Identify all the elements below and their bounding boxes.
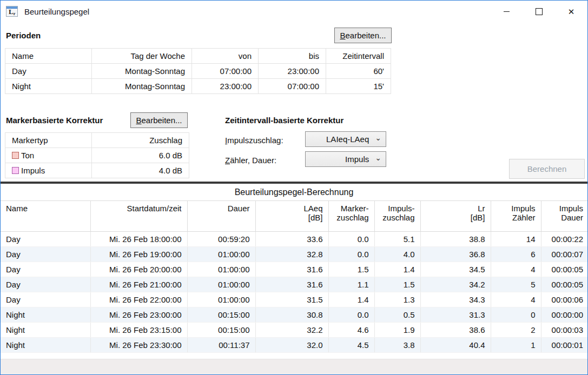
table-cell: Night bbox=[5, 79, 92, 94]
results-column-header: ImpulsZähler bbox=[491, 201, 541, 232]
close-icon: ✕ bbox=[568, 8, 575, 16]
marker-header-row: Markertyp Zuschlag bbox=[5, 133, 189, 148]
results-table-cell: 00:00:01 bbox=[541, 338, 588, 353]
results-table-row[interactable]: DayMi. 26 Feb 21:00:0001:00:0031.61.11.5… bbox=[1, 277, 588, 292]
results-table-cell: 01:00:00 bbox=[187, 262, 255, 277]
results-table-cell: Day bbox=[1, 247, 90, 262]
results-table-cell: 32.8 bbox=[255, 247, 328, 262]
perioden-table: Name Tag der Woche von bis Zeitintervall… bbox=[5, 48, 391, 94]
results-table-cell: 00:59:20 bbox=[187, 232, 255, 247]
results-table-cell: 01:00:00 bbox=[187, 292, 255, 307]
marker-zuschlag-cell: 4.0 dB bbox=[92, 163, 189, 178]
results-table-cell: 4.5 bbox=[328, 338, 374, 353]
perioden-table-row[interactable]: DayMontag-Sonntag07:00:0023:00:0060' bbox=[5, 64, 391, 79]
results-table-cell: 1.9 bbox=[374, 323, 420, 338]
table-cell: 07:00:00 bbox=[259, 79, 326, 94]
results-table-cell: 31.6 bbox=[255, 262, 328, 277]
berechnen-button[interactable]: Berechnen bbox=[509, 159, 585, 179]
results-table-cell: 32.0 bbox=[255, 338, 328, 353]
results-table-cell: Mi. 26 Feb 21:00:00 bbox=[90, 277, 187, 292]
results-table-cell: 1 bbox=[491, 338, 541, 353]
results-table-cell: 0 bbox=[491, 307, 541, 323]
table-cell: 07:00:00 bbox=[192, 64, 259, 79]
table-cell: 23:00:00 bbox=[192, 79, 259, 94]
title-bar: Lr Beurteilungspegel ✕ bbox=[1, 1, 587, 22]
marker-table-row[interactable]: Ton6.0 dB bbox=[5, 148, 189, 163]
results-table-cell: 1.4 bbox=[328, 292, 374, 307]
results-column-header: Lr[dB] bbox=[420, 201, 491, 232]
results-table-cell: 1.4 bbox=[374, 262, 420, 277]
results-table-cell: Mi. 26 Feb 23:30:00 bbox=[90, 338, 187, 353]
minimize-button[interactable] bbox=[490, 1, 523, 22]
window-controls: ✕ bbox=[490, 1, 587, 22]
results-table-cell: 00:00:22 bbox=[541, 232, 588, 247]
results-column-header: Marker-zuschlag bbox=[328, 201, 374, 232]
results-table-cell: 30.8 bbox=[255, 307, 328, 323]
results-table-cell: 4 bbox=[491, 262, 541, 277]
column-header: bis bbox=[259, 49, 326, 64]
results-table-row[interactable]: NightMi. 26 Feb 23:00:0000:15:0030.80.00… bbox=[1, 307, 588, 323]
results-table-row[interactable]: NightMi. 26 Feb 23:15:0000:15:0032.24.61… bbox=[1, 323, 588, 338]
marker-table: Markertyp Zuschlag Ton6.0 dBImpuls4.0 dB bbox=[5, 132, 189, 178]
results-table-cell: 1.1 bbox=[328, 277, 374, 292]
minimize-icon bbox=[504, 11, 510, 12]
results-table-row[interactable]: DayMi. 26 Feb 22:00:0001:00:0031.51.41.3… bbox=[1, 292, 588, 307]
results-table-row[interactable]: DayMi. 26 Feb 19:00:0001:00:0032.80.04.0… bbox=[1, 247, 588, 262]
results-column-header: LAeq[dB] bbox=[255, 201, 328, 232]
results-table-row[interactable]: DayMi. 26 Feb 20:00:0001:00:0031.61.51.4… bbox=[1, 262, 588, 277]
results-table-cell: 38.8 bbox=[420, 232, 491, 247]
results-table-cell: 4 bbox=[491, 292, 541, 307]
results-table-cell: 00:15:00 bbox=[187, 323, 255, 338]
close-button[interactable]: ✕ bbox=[555, 1, 587, 22]
results-table-row[interactable]: DayMi. 26 Feb 18:00:0000:59:2033.60.05.1… bbox=[1, 232, 588, 247]
results-table-cell: Day bbox=[1, 292, 90, 307]
results-table-cell: 00:11:37 bbox=[187, 338, 255, 353]
results-table-cell: 2 bbox=[491, 323, 541, 338]
results-column-header: Startdatum/zeit bbox=[90, 201, 187, 232]
results-table-cell: 34.5 bbox=[420, 262, 491, 277]
results-table-cell: 31.5 bbox=[255, 292, 328, 307]
marker-heading: Markerbasierte Korrektur bbox=[6, 116, 103, 125]
results-column-header: Dauer bbox=[187, 201, 255, 232]
marker-type-label: Ton bbox=[21, 151, 34, 160]
marker-type-cell: Impuls bbox=[5, 163, 92, 178]
results-table-cell: 00:00:06 bbox=[541, 292, 588, 307]
results-table-cell: 01:00:00 bbox=[187, 277, 255, 292]
results-table-cell: Mi. 26 Feb 23:15:00 bbox=[90, 323, 187, 338]
marker-table-row[interactable]: Impuls4.0 dB bbox=[5, 163, 189, 178]
results-table-cell: Mi. 26 Feb 20:00:00 bbox=[90, 262, 187, 277]
results-table-cell: 36.8 bbox=[420, 247, 491, 262]
column-header: von bbox=[192, 49, 259, 64]
results-title: Beurteilungspegel-Berechnung bbox=[1, 184, 587, 201]
results-table-cell: 00:00:03 bbox=[541, 323, 588, 338]
results-table-cell: 1.5 bbox=[374, 277, 420, 292]
results-table-cell: 32.2 bbox=[255, 323, 328, 338]
results-table-row[interactable]: NightMi. 26 Feb 23:30:0000:11:3732.04.53… bbox=[1, 338, 588, 353]
table-cell: 15' bbox=[326, 79, 391, 94]
column-header: Markertyp bbox=[5, 133, 92, 148]
marker-edit-button[interactable]: Bearbeiten... bbox=[130, 112, 188, 128]
perioden-edit-button[interactable]: Bearbeiten... bbox=[334, 28, 392, 43]
results-table-cell: 00:00:00 bbox=[541, 307, 588, 323]
ton-marker-swatch-icon bbox=[12, 152, 19, 159]
results-table-cell: Mi. 26 Feb 22:00:00 bbox=[90, 292, 187, 307]
results-table-cell: 40.4 bbox=[420, 338, 491, 353]
marker-type-label: Impuls bbox=[21, 166, 45, 175]
results-column-header: Name bbox=[1, 201, 90, 232]
column-header: Tag der Woche bbox=[92, 49, 192, 64]
zaehler-dauer-select[interactable]: Impuls ⌄ bbox=[305, 151, 386, 167]
app-icon: Lr bbox=[6, 6, 18, 17]
zaehler-dauer-value: Impuls bbox=[345, 155, 369, 164]
results-table-cell: 38.6 bbox=[420, 323, 491, 338]
results-table-cell: 0.0 bbox=[328, 232, 374, 247]
app-icon-label: Lr bbox=[9, 8, 15, 17]
perioden-table-row[interactable]: NightMontag-Sonntag23:00:0007:00:0015' bbox=[5, 79, 391, 94]
impulszuschlag-select[interactable]: LAIeq-LAeq ⌄ bbox=[305, 131, 386, 147]
window-title: Beurteilungspegel bbox=[24, 7, 89, 16]
results-table: NameStartdatum/zeitDauerLAeq[dB]Marker-z… bbox=[1, 201, 588, 353]
results-table-cell: Mi. 26 Feb 18:00:00 bbox=[90, 232, 187, 247]
results-table-cell: 31.6 bbox=[255, 277, 328, 292]
results-table-cell: 0.0 bbox=[328, 307, 374, 323]
maximize-button[interactable] bbox=[523, 1, 555, 22]
table-cell: Day bbox=[5, 64, 92, 79]
